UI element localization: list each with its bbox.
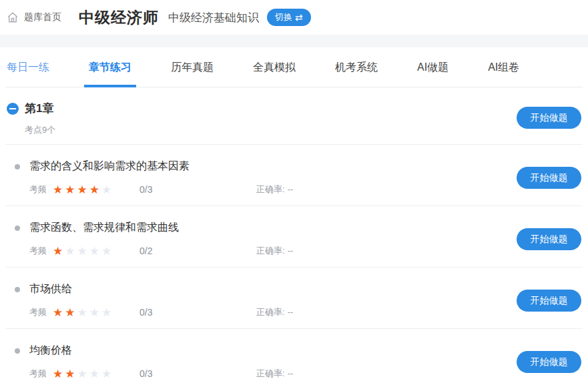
chapter-row: 第1章 考点9个 开始做题 bbox=[0, 87, 588, 144]
accuracy-label: 正确率: bbox=[256, 184, 285, 194]
tab-daily-practice[interactable]: 每日一练 bbox=[7, 47, 49, 87]
accuracy: 正确率:-- bbox=[256, 306, 293, 318]
tab-ai-questions[interactable]: AI做题 bbox=[417, 47, 449, 87]
home-icon[interactable] bbox=[7, 11, 19, 23]
tab-chapter-practice[interactable]: 章节练习 bbox=[89, 47, 131, 87]
accuracy-value: -- bbox=[288, 184, 294, 194]
frequency-label: 考频 bbox=[29, 183, 47, 196]
swap-arrows-icon: ⇄ bbox=[295, 13, 303, 22]
tab-ai-paper[interactable]: AI组卷 bbox=[488, 47, 519, 87]
topic-title: 需求的含义和影响需求的基本因素 bbox=[29, 159, 190, 173]
tab-computer-exam-system[interactable]: 机考系统 bbox=[335, 47, 378, 87]
topic-row: 需求函数、需求规律和需求曲线 考频 ★★★★★ 0/2 正确率:-- 开始做题 bbox=[5, 206, 583, 267]
frequency-label: 考频 bbox=[29, 245, 47, 257]
breadcrumb-question-bank-home[interactable]: 题库首页 bbox=[24, 11, 61, 23]
frequency-label: 考频 bbox=[29, 368, 47, 380]
topic-row: 市场供给 考频 ★★★★★ 0/3 正确率:-- 开始做题 bbox=[5, 267, 583, 328]
top-header: 题库首页 中级经济师 中级经济基础知识 切换 ⇄ bbox=[0, 0, 588, 35]
topic-title: 市场供给 bbox=[29, 282, 72, 296]
bullet-dot-icon bbox=[15, 287, 20, 292]
switch-course-button[interactable]: 切换 ⇄ bbox=[267, 9, 311, 26]
collapse-chapter-icon[interactable] bbox=[7, 103, 19, 115]
page-title: 中级经济师 bbox=[79, 7, 159, 28]
bullet-dot-icon bbox=[15, 348, 20, 354]
topic-title: 均衡价格 bbox=[29, 344, 72, 358]
start-practice-button[interactable]: 开始做题 bbox=[517, 228, 581, 250]
bullet-dot-icon bbox=[15, 164, 20, 169]
accuracy: 正确率:-- bbox=[256, 183, 293, 196]
star-rating: ★★★★★ bbox=[53, 307, 122, 318]
accuracy-value: -- bbox=[288, 246, 294, 256]
start-practice-button-chapter[interactable]: 开始做题 bbox=[517, 107, 581, 129]
topic-title: 需求函数、需求规律和需求曲线 bbox=[29, 221, 179, 235]
accuracy-label: 正确率: bbox=[256, 307, 285, 317]
course-subtitle: 中级经济基础知识 bbox=[168, 10, 259, 25]
topic-row: 需求的含义和影响需求的基本因素 考频 ★★★★★ 0/3 正确率:-- 开始做题 bbox=[5, 144, 583, 206]
star-rating: ★★★★★ bbox=[53, 246, 122, 257]
accuracy-value: -- bbox=[288, 368, 294, 378]
chapter-title: 第1章 bbox=[25, 101, 53, 116]
accuracy-label: 正确率: bbox=[256, 246, 285, 256]
chapter-meta: 考点9个 bbox=[25, 124, 588, 136]
start-practice-button[interactable]: 开始做题 bbox=[517, 290, 581, 312]
accuracy-value: -- bbox=[288, 307, 294, 317]
tab-past-exams[interactable]: 历年真题 bbox=[171, 47, 214, 87]
tab-full-simulation[interactable]: 全真模拟 bbox=[253, 47, 296, 87]
accuracy: 正确率:-- bbox=[256, 368, 293, 380]
start-practice-button[interactable]: 开始做题 bbox=[517, 351, 581, 373]
tab-bar: 每日一练 章节练习 历年真题 全真模拟 机考系统 AI做题 AI组卷 bbox=[0, 47, 588, 87]
star-rating: ★★★★★ bbox=[53, 368, 122, 380]
accuracy-label: 正确率: bbox=[256, 368, 285, 378]
frequency-label: 考频 bbox=[29, 306, 47, 318]
star-rating: ★★★★★ bbox=[53, 184, 122, 196]
progress-count: 0/2 bbox=[139, 246, 180, 256]
progress-count: 0/3 bbox=[139, 307, 180, 318]
topic-row: 均衡价格 考频 ★★★★★ 0/3 正确率:-- 开始做题 bbox=[5, 328, 583, 390]
bullet-dot-icon bbox=[15, 226, 20, 231]
start-practice-button[interactable]: 开始做题 bbox=[517, 167, 581, 189]
accuracy: 正确率:-- bbox=[256, 245, 293, 257]
switch-button-label: 切换 bbox=[275, 11, 292, 23]
progress-count: 0/3 bbox=[139, 368, 180, 379]
progress-count: 0/3 bbox=[139, 184, 180, 195]
section-divider-band bbox=[0, 35, 588, 47]
